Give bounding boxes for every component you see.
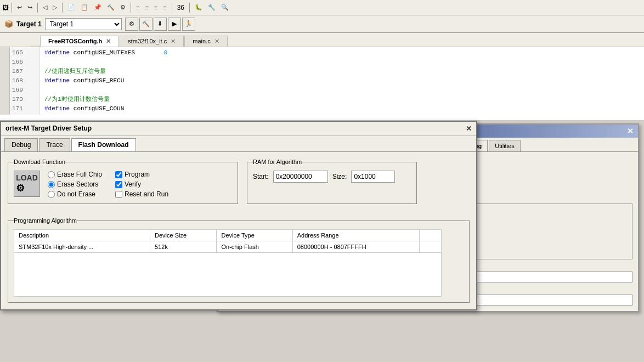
run-button[interactable]: 🏃 xyxy=(182,18,195,31)
top-groups: Download Function LOAD ⚙ xyxy=(8,159,470,211)
drv-flash-label: Flash Download xyxy=(78,141,129,149)
cell-range: 08000000H - 0807FFFFH xyxy=(292,241,419,253)
driver-tabs: Debug Trace Flash Download xyxy=(1,136,476,152)
algo-empty-area xyxy=(14,253,442,297)
download-function-legend: Download Function xyxy=(14,159,65,165)
undo-button[interactable]: ↩ xyxy=(15,3,24,12)
drv-tab-trace[interactable]: Trace xyxy=(39,138,70,151)
download-function-group: Download Function LOAD ⚙ xyxy=(8,159,238,204)
driver-close-button[interactable]: ✕ xyxy=(466,125,472,133)
ram-algorithm-group: RAM for Algorithm Start: Size: xyxy=(247,159,417,204)
program-label: Program xyxy=(125,171,150,178)
verify-row: Verify xyxy=(115,180,168,188)
do-not-erase-radio[interactable] xyxy=(48,191,55,198)
load-icon-graphic: LOAD ⚙ xyxy=(14,171,40,197)
redo-button[interactable]: ↪ xyxy=(25,3,35,12)
download-button[interactable]: ⬇ xyxy=(154,18,167,31)
align3-button[interactable]: ≡ xyxy=(152,3,160,12)
debug-icon[interactable]: 🐛 xyxy=(193,3,205,12)
driver-title-text: ortex-M Target Driver Setup xyxy=(5,125,92,133)
build-all-button[interactable]: 🔨 xyxy=(139,18,152,31)
sep6 xyxy=(189,3,190,13)
verify-checkbox[interactable] xyxy=(115,181,122,188)
sep3 xyxy=(62,3,63,13)
ram-inner: Start: Size: xyxy=(253,171,411,183)
ram-start-input[interactable] xyxy=(273,171,328,183)
sep5 xyxy=(172,3,172,13)
align4-button[interactable]: ≡ xyxy=(161,3,168,12)
ram-size-label: Size: xyxy=(332,173,347,180)
col-type: Device Type xyxy=(217,230,292,241)
forward-button[interactable]: ▷ xyxy=(50,3,59,12)
build2-button[interactable]: ⚙ xyxy=(118,3,128,12)
tab-close-freertos[interactable]: ✕ xyxy=(106,38,111,44)
options-close-button[interactable]: ✕ xyxy=(627,127,634,135)
code-content: 165166167168169170171 #define configUSE_… xyxy=(0,47,644,115)
driver-dialog: ortex-M Target Driver Setup ✕ Debug Trac… xyxy=(0,121,477,310)
code-text: #define configUSE_MUTEXES 0 //使用递归互斥信号量 … xyxy=(40,47,172,115)
back-button[interactable]: ◁ xyxy=(41,3,49,12)
tab-close-stm32[interactable]: ✕ xyxy=(171,38,176,44)
build-button[interactable]: 🔨 xyxy=(105,3,117,12)
ram-algorithm-legend: RAM for Algorithm xyxy=(253,159,302,165)
prog-algorithm-legend: Programming Algorithm xyxy=(14,217,77,224)
reset-run-row: Reset and Run xyxy=(115,190,168,198)
do-not-erase-label: Do not Erase xyxy=(57,190,95,198)
driver-title-bar: ortex-M Target Driver Setup ✕ xyxy=(1,122,476,136)
tab-label-freertos: FreeRTOSConfig.h xyxy=(48,38,102,44)
table-row: STM32F10x High-density ... 512k On-chip … xyxy=(14,241,442,253)
erase-options: Erase Full Chip Erase Sectors Do not Era… xyxy=(48,171,102,198)
file-icon[interactable]: 📄 xyxy=(65,3,77,12)
col-description: Description xyxy=(14,230,150,241)
number-36: 36 xyxy=(175,4,187,12)
erase-full-chip-row: Erase Full Chip xyxy=(48,171,102,178)
erase-sectors-row: Erase Sectors xyxy=(48,180,102,188)
sep1 xyxy=(12,3,12,13)
col-actions xyxy=(420,230,442,241)
options-button[interactable]: ⚙ xyxy=(125,18,138,31)
align2-button[interactable]: ≡ xyxy=(143,3,150,12)
do-not-erase-row: Do not Erase xyxy=(48,190,102,198)
target-select[interactable]: Target 1 xyxy=(45,18,122,30)
drv-debug-label: Debug xyxy=(12,141,31,149)
cell-size: 512k xyxy=(150,241,217,253)
erase-full-chip-radio[interactable] xyxy=(48,171,55,178)
tab-label-stm32: stm32f10x_it.c xyxy=(128,38,167,44)
drv-tab-flash[interactable]: Flash Download xyxy=(71,138,136,151)
tab-freertos-config[interactable]: FreeRTOSConfig.h ✕ xyxy=(40,36,119,47)
tab-main[interactable]: main.c ✕ xyxy=(184,36,227,47)
reset-run-checkbox[interactable] xyxy=(115,191,122,198)
tab-stm32-it[interactable]: stm32f10x_it.c ✕ xyxy=(120,36,184,47)
erase-sectors-label: Erase Sectors xyxy=(57,180,98,188)
cell-type: On-chip Flash xyxy=(217,241,292,253)
code-editor: FreeRTOSConfig.h ✕ stm32f10x_it.c ✕ main… xyxy=(0,33,644,121)
toolbar-icon-1: 🖼 xyxy=(2,4,9,12)
drv-trace-label: Trace xyxy=(46,141,63,149)
driver-body: Download Function LOAD ⚙ xyxy=(1,152,476,309)
func-inner: LOAD ⚙ Erase Full Chip xyxy=(14,171,232,198)
ram-start-label: Start: xyxy=(253,173,269,180)
settings-icon[interactable]: 🔧 xyxy=(206,3,218,12)
copy-button[interactable]: 📋 xyxy=(78,3,91,12)
search-icon-btn[interactable]: 🔍 xyxy=(219,3,231,12)
col-size: Device Size xyxy=(150,230,217,241)
algorithm-table: Description Device Size Device Type Addr… xyxy=(14,229,442,253)
align-button[interactable]: ≡ xyxy=(134,3,142,12)
line-numbers: 165166167168169170171 xyxy=(10,47,40,115)
ram-size-input[interactable] xyxy=(351,171,395,183)
paste-button[interactable]: 📌 xyxy=(92,3,104,12)
sep4 xyxy=(131,3,131,13)
load-icon: 📦 xyxy=(4,20,13,28)
drv-tab-debug[interactable]: Debug xyxy=(4,138,38,151)
tab-utilities[interactable]: Utilities xyxy=(489,140,520,151)
target-bar: 📦 Target 1 Target 1 ⚙ 🔨 ⬇ ▶ 🏃 xyxy=(0,15,644,33)
erase-sectors-radio[interactable] xyxy=(48,181,55,188)
cell-action xyxy=(420,241,442,253)
debug-start-button[interactable]: ▶ xyxy=(168,18,181,31)
tab-close-main[interactable]: ✕ xyxy=(214,38,219,44)
program-options: Program Verify Reset and Run xyxy=(115,171,168,198)
program-checkbox[interactable] xyxy=(115,171,122,178)
dialog-layer: Options for Target 'Target 1' ✕ Device T… xyxy=(0,121,644,362)
sep2 xyxy=(37,3,38,13)
target-action-buttons: ⚙ 🔨 ⬇ ▶ 🏃 xyxy=(125,18,195,31)
